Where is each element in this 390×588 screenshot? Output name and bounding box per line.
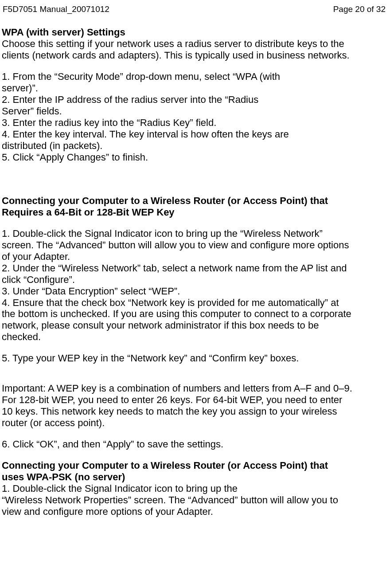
heading-line: Connecting your Computer to a Wireless R… [2,195,386,207]
steps-block: 1. From the “Security Mode” drop-down me… [2,71,386,163]
heading-line: Requires a 64-Bit or 128-Bit WEP Key [2,207,386,218]
section-wpa-psk: Connecting your Computer to a Wireless R… [2,460,386,517]
step-line: 5. Click “Apply Changes” to finish. [2,152,386,163]
header-right: Page 20 of 32 [333,4,386,14]
step-line: distributed (in packets). [2,140,386,152]
section-wep-key: Connecting your Computer to a Wireless R… [2,195,386,450]
text-line: clients (network cards and adapters). Th… [2,50,386,61]
step-6: 6. Click “OK”, and then “Apply” to save … [2,439,386,450]
step-line: 5. Type your WEP key in the “Network key… [2,353,386,364]
intro-paragraph: Choose this setting if your network uses… [2,38,386,61]
step-line: screen. The “Advanced” button will allow… [2,239,386,251]
header-left: F5D7051 Manual_20071012 [3,4,109,14]
step-line: 2. Under the “Wireless Network” tab, sel… [2,263,386,274]
step-line: click “Configure”. [2,274,386,286]
step-line: 4. Ensure that the check box “Network ke… [2,297,386,309]
step-line: 4. Enter the key interval. The key inter… [2,129,386,140]
step-line: checked. [2,331,386,343]
note-line: For 128-bit WEP, you need to enter 26 ke… [2,394,386,406]
page-header: F5D7051 Manual_20071012 Page 20 of 32 [2,4,386,14]
step-line: “Wireless Network Properties” screen. Th… [2,494,386,506]
text-line: Choose this setting if your network uses… [2,38,386,50]
step-line: 6. Click “OK”, and then “Apply” to save … [2,439,386,450]
step-line: 2. Enter the IP address of the radius se… [2,94,386,106]
step-line: 1. Double-click the Signal Indicator ico… [2,483,386,494]
step-5: 5. Type your WEP key in the “Network key… [2,353,386,364]
step-line: network, please consult your network adm… [2,320,386,331]
step-line: 1. Double-click the Signal Indicator ico… [2,228,386,239]
step-line: server)”. [2,82,386,94]
heading-line: uses WPA-PSK (no server) [2,471,386,483]
step-line: view and configure more options of your … [2,506,386,517]
heading-line: Connecting your Computer to a Wireless R… [2,460,386,471]
note-line: 10 keys. This network key needs to match… [2,406,386,417]
step-line: the bottom is unchecked. If you are usin… [2,308,386,320]
step-line: 1. From the “Security Mode” drop-down me… [2,71,386,82]
note-line: Important: A WEP key is a combination of… [2,383,386,394]
step-line: 3. Enter the radius key into the “Radius… [2,117,386,129]
step-line: 3. Under “Data Encryption” select “WEP”. [2,286,386,297]
note-line: router (or access point). [2,417,386,429]
section-wpa-server: WPA (with server) Settings Choose this s… [2,27,386,163]
step-line: Server” fields. [2,106,386,117]
document-page: F5D7051 Manual_20071012 Page 20 of 32 WP… [0,0,390,588]
steps-block: 1. Double-click the Signal Indicator ico… [2,483,386,517]
step-line: of your Adapter. [2,251,386,263]
heading-wpa-server: WPA (with server) Settings [2,27,386,38]
important-note: Important: A WEP key is a combination of… [2,383,386,429]
steps-block: 1. Double-click the Signal Indicator ico… [2,228,386,343]
heading-wep-key: Connecting your Computer to a Wireless R… [2,195,386,218]
heading-wpa-psk: Connecting your Computer to a Wireless R… [2,460,386,483]
